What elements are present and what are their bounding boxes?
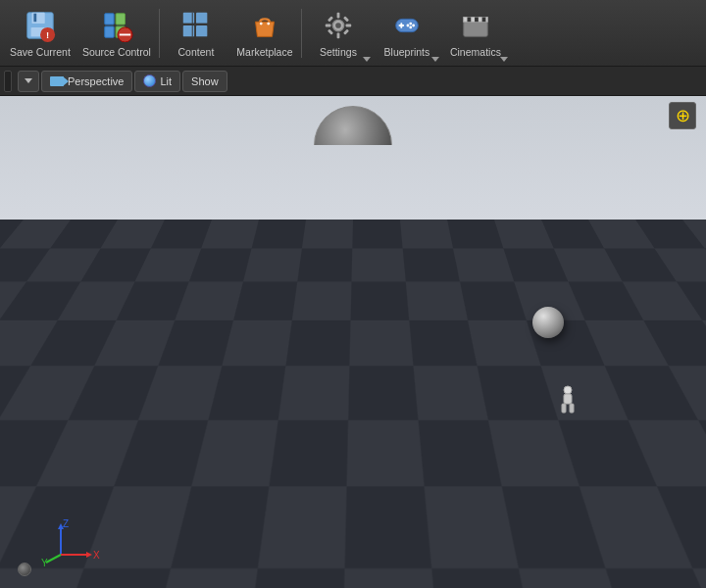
content-label: Content: [178, 46, 215, 59]
svg-rect-27: [343, 16, 349, 22]
perspective-icon: [50, 76, 64, 86]
settings-icon: [321, 8, 356, 43]
source-control-icon: [99, 8, 134, 43]
blueprints-button[interactable]: Blueprints: [373, 3, 441, 64]
cinematics-icon: [458, 8, 493, 43]
svg-text:Y: Y: [41, 558, 48, 566]
main-toolbar: ! Save Current Source Control: [0, 0, 706, 67]
left-panel-toggle[interactable]: [4, 71, 12, 92]
svg-marker-50: [86, 552, 92, 558]
save-current-button[interactable]: ! Save Current: [4, 3, 76, 64]
settings-button[interactable]: Settings: [304, 3, 373, 64]
svg-rect-44: [562, 404, 566, 413]
svg-point-36: [406, 24, 409, 26]
svg-rect-24: [326, 24, 331, 26]
svg-rect-6: [105, 13, 114, 24]
cinematics-dropdown-arrow: [500, 57, 508, 62]
half-sphere-inner: [314, 106, 392, 145]
viewport-controls: ⊕: [669, 102, 696, 129]
show-button[interactable]: Show: [182, 71, 227, 92]
blueprints-label: Blueprints: [384, 46, 430, 59]
marketplace-button[interactable]: Marketplace: [230, 3, 299, 64]
svg-point-33: [409, 22, 412, 24]
marketplace-label: Marketplace: [236, 46, 292, 59]
toolbar-separator-1: [159, 9, 160, 58]
svg-rect-26: [328, 16, 333, 22]
bottom-dot: [18, 563, 31, 576]
viewport-dropdown-arrow: [25, 78, 32, 83]
svg-rect-7: [105, 26, 114, 37]
svg-rect-29: [343, 28, 349, 34]
perspective-button[interactable]: Perspective: [41, 71, 132, 92]
viewport-maximize-button[interactable]: ⊕: [669, 102, 696, 129]
svg-text:X: X: [93, 550, 100, 561]
svg-rect-23: [337, 32, 340, 38]
content-button[interactable]: Content: [162, 3, 230, 64]
svg-rect-8: [116, 13, 125, 24]
cinematics-label: Cinematics: [450, 46, 501, 59]
svg-rect-25: [345, 24, 351, 26]
axis-indicator: Z X Y: [41, 517, 110, 566]
lit-label: Lit: [160, 75, 172, 87]
content-icon: [178, 8, 214, 43]
viewport-bar: Perspective Lit Show: [0, 67, 706, 96]
source-control-button[interactable]: Source Control: [76, 3, 157, 64]
svg-rect-28: [328, 28, 333, 34]
svg-point-21: [335, 23, 341, 28]
blueprints-dropdown-arrow: [431, 57, 439, 62]
svg-rect-15: [196, 25, 207, 36]
svg-rect-40: [475, 17, 479, 22]
svg-point-18: [260, 22, 263, 24]
source-control-label: Source Control: [82, 46, 151, 59]
toolbar-separator-2: [301, 9, 302, 58]
settings-dropdown-arrow: [363, 57, 371, 62]
svg-rect-2: [33, 13, 36, 21]
svg-rect-22: [337, 12, 340, 18]
blueprints-icon: [389, 8, 425, 43]
svg-point-34: [412, 24, 415, 26]
svg-rect-43: [564, 394, 572, 404]
half-sphere-decoration: [314, 106, 392, 145]
svg-text:Z: Z: [63, 518, 69, 529]
lit-icon: [143, 74, 156, 87]
perspective-label: Perspective: [68, 75, 124, 87]
svg-rect-41: [482, 17, 486, 22]
svg-text:!: !: [46, 29, 49, 40]
lit-button[interactable]: Lit: [134, 71, 180, 92]
viewport[interactable]: Z X Y ⊕: [0, 96, 706, 588]
save-current-label: Save Current: [10, 46, 71, 59]
svg-rect-32: [400, 23, 402, 28]
sphere-object[interactable]: [532, 307, 564, 338]
svg-rect-45: [570, 404, 574, 413]
svg-rect-13: [196, 12, 207, 23]
cinematics-button[interactable]: Cinematics: [441, 3, 510, 64]
svg-line-52: [46, 555, 61, 563]
svg-rect-37: [464, 20, 488, 36]
svg-point-35: [409, 25, 412, 28]
viewport-dropdown-button[interactable]: [18, 71, 39, 92]
svg-point-19: [267, 22, 270, 24]
show-label: Show: [191, 75, 219, 87]
svg-point-42: [564, 386, 572, 394]
settings-label: Settings: [320, 46, 357, 59]
svg-rect-39: [467, 17, 471, 22]
player-character[interactable]: [557, 385, 579, 415]
marketplace-icon: [247, 8, 282, 43]
save-icon: !: [23, 8, 58, 43]
